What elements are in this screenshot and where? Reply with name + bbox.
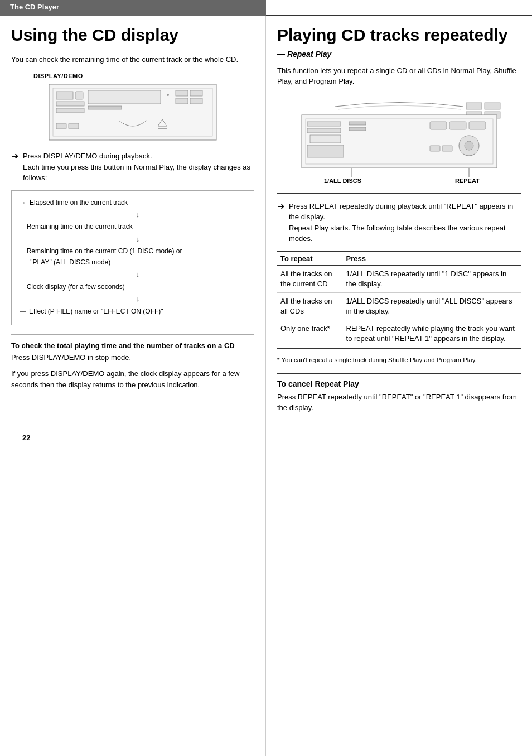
svg-text:1/ALL DISCS: 1/ALL DISCS [324,177,361,184]
left-subheading: To check the total playing time and the … [11,341,254,350]
page: The CD Player Using the CD display You c… [0,0,532,756]
cancel-text: Press REPEAT repeatedly until "REPEAT" o… [277,392,521,413]
flow-spacer-4 [20,282,23,292]
left-para1: Press DISPLAY/DEMO in stop mode. [11,352,254,363]
footnote: * You can't repeat a single track during… [277,355,521,365]
svg-rect-8 [176,98,188,104]
svg-rect-18 [485,103,500,109]
svg-rect-6 [176,90,188,96]
table-row: All the tracks on all CDs 1/ALL DISCS re… [277,292,521,320]
header-label: The CD Player [10,3,59,11]
flow-arrow-5: — [20,306,26,316]
flow-item-4: Clock display (for a few seconds) [27,282,125,292]
flow-item-5: Effect (P FILE) name or "EFFECT ON (OFF)… [29,306,163,317]
divider-1 [11,334,254,335]
svg-text:REPEAT: REPEAT [455,177,480,184]
table-cell-1-2: 1/ALL DISCS repeatedly until "1 DISC" ap… [343,265,521,292]
header-bar: The CD Player [0,0,266,16]
svg-rect-10 [56,102,84,106]
svg-rect-26 [307,145,344,157]
bullet-arrow-1: ➜ [11,151,18,161]
svg-rect-27 [349,122,366,125]
svg-rect-17 [466,103,482,109]
svg-rect-30 [449,122,466,129]
table-row: All the tracks on the current CD 1/ALL D… [277,265,521,292]
bullet-right-sub: Repeat Play starts. The following table … [289,224,506,243]
table-cell-3-1: Only one track* [277,320,343,348]
table-header-col2: Press [343,252,521,266]
right-subtitle: — Repeat Play [277,50,521,59]
svg-rect-13 [56,123,66,129]
svg-rect-11 [56,108,84,113]
svg-rect-34 [430,146,440,151]
table-cell-3-2: REPEAT repeatedly while playing the trac… [343,320,521,348]
svg-rect-12 [88,106,122,109]
svg-rect-14 [69,123,79,129]
svg-point-33 [465,141,473,150]
bullet-arrow-right: ➜ [277,201,284,211]
svg-rect-25 [310,135,341,143]
left-para2: If you press DISPLAY/DEMO again, the clo… [11,368,254,390]
svg-rect-9 [190,98,202,104]
right-image-area: 1/ALL DISCS REPEAT [277,93,521,186]
svg-rect-3 [75,92,83,99]
flow-item-2: Remaining time on the current track [27,221,133,232]
divider-right-1 [277,193,521,194]
svg-rect-7 [190,90,202,96]
svg-rect-24 [307,128,341,133]
svg-point-5 [167,94,169,96]
divider-right-2 [277,373,521,374]
svg-rect-31 [469,122,486,129]
svg-rect-23 [307,122,341,126]
left-intro: You can check the remaining time of the … [11,54,254,65]
flow-down-2: ↓ [30,234,246,245]
flow-spacer-3 [20,246,23,257]
right-intro: This function lets you repeat a single C… [277,65,521,87]
bullet-press-display: ➜ Press DISPLAY/DEMO during playback. Ea… [11,151,254,184]
svg-rect-29 [430,122,447,129]
bullet-press-repeat: ➜ Press REPEAT repeatedly during playbac… [277,201,521,244]
left-title: Using the CD display [11,26,254,45]
display-demo-label: DISPLAY/DEMO [33,73,254,79]
table-row: Only one track* REPEAT repeatedly while … [277,320,521,348]
right-title: Playing CD tracks repeatedly [277,26,521,45]
flow-down-1: ↓ [30,209,246,221]
flow-spacer-2 [20,221,23,232]
flow-down-4: ↓ [30,293,246,305]
svg-rect-2 [56,92,73,99]
bullet-right-bold: Press REPEAT repeatedly during playback … [289,202,513,221]
flow-item-1: Elapsed time on the current track [30,198,128,208]
page-number: 22 [11,429,254,446]
flow-arrow-1: → [20,198,26,208]
left-column: Using the CD display You can check the r… [0,16,266,756]
cd-device-diagram-left [46,81,219,143]
table-cell-2-1: All the tracks on all CDs [277,292,343,320]
display-flow-box: → Elapsed time on the current track ↓ Re… [11,190,254,325]
table-cell-2-2: 1/ALL DISCS repeatedly until "ALL DISCS"… [343,292,521,320]
cd-device-diagram-right: 1/ALL DISCS REPEAT [291,93,508,185]
svg-rect-35 [442,146,452,151]
bullet1-sub: Each time you press this button in Norma… [23,163,250,182]
right-column: Playing CD tracks repeatedly — Repeat Pl… [266,16,532,756]
bullet1-bold: Press DISPLAY/DEMO during playback. [23,152,152,160]
svg-rect-28 [349,127,366,131]
table-cell-1-1: All the tracks on the current CD [277,265,343,292]
svg-rect-4 [88,90,161,104]
flow-item-3: Remaining time on the current CD (1 DISC… [27,246,182,267]
repeat-modes-table: To repeat Press All the tracks on the cu… [277,251,521,349]
table-header-col1: To repeat [277,252,343,266]
flow-down-3: ↓ [30,269,246,281]
cancel-heading: To cancel Repeat Play [277,379,521,388]
